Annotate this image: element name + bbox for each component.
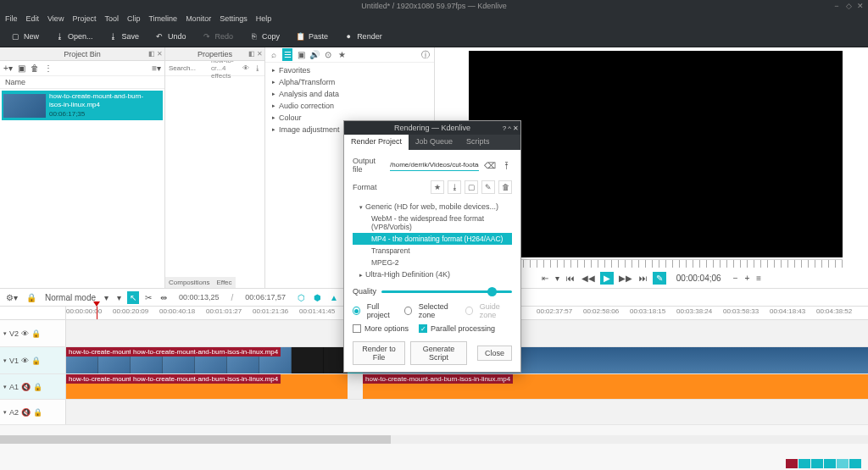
edit-mode-icon[interactable]: ✎ xyxy=(653,272,666,285)
open-button[interactable]: ⭳Open... xyxy=(49,29,98,44)
tab-scripts[interactable]: Scripts xyxy=(459,135,497,150)
mute-audio-icon[interactable]: 🔇 xyxy=(21,408,31,417)
clear-icon[interactable]: ⌫ xyxy=(484,159,496,171)
output-file-input[interactable] xyxy=(390,159,479,171)
new-button[interactable]: ▢New xyxy=(5,29,44,44)
undock-icon[interactable]: ◧ xyxy=(248,50,255,58)
zoom-in-icon[interactable]: + xyxy=(743,272,751,285)
menu-settings[interactable]: Settings xyxy=(220,14,248,23)
category-favorites[interactable]: Favorites xyxy=(265,64,434,76)
bin-clip-item[interactable]: how-to-create-mount-and-burn-isos-in-lin… xyxy=(2,91,163,120)
skip-end-icon[interactable]: ⏭ xyxy=(637,272,649,285)
position-timecode[interactable]: 00:00:13,25 xyxy=(176,291,222,303)
swatch-teal-2[interactable] xyxy=(811,459,823,468)
monitor-timecode[interactable]: 00:00:04;06 xyxy=(675,272,723,285)
swatch-light[interactable] xyxy=(837,459,849,468)
menu-file[interactable]: File xyxy=(5,14,18,23)
category-analysis[interactable]: Analysis and data xyxy=(265,88,434,100)
category-alpha[interactable]: Alpha/Transform xyxy=(265,76,434,88)
swatch-teal-4[interactable] xyxy=(849,459,861,468)
menu-help[interactable]: Help xyxy=(256,14,272,23)
close-panel-icon[interactable]: ✕ xyxy=(157,50,163,58)
browse-icon[interactable]: ⭱ xyxy=(501,159,512,171)
timeline-scrollbar[interactable] xyxy=(0,435,868,444)
spacer-tool[interactable]: ⇹ xyxy=(158,291,170,304)
video-clip-1[interactable]: how-to-create-mount-and-burn-isos-in-lin… xyxy=(66,347,131,373)
generate-script-button[interactable]: Generate Script xyxy=(410,341,467,365)
paste-button[interactable]: 📋Paste xyxy=(290,29,333,44)
new-format-icon[interactable]: ▢ xyxy=(465,180,478,194)
close-panel-icon[interactable]: ✕ xyxy=(257,50,263,58)
monitor-options-icon[interactable]: ≡ xyxy=(754,272,763,285)
radio-guide-zone[interactable] xyxy=(465,307,473,315)
render-button[interactable]: ●Render xyxy=(338,29,387,44)
razor-tool[interactable]: ✂ xyxy=(142,291,154,304)
monitor-video[interactable] xyxy=(469,51,843,257)
tab-job-queue[interactable]: Job Queue xyxy=(409,135,459,150)
zone-start-icon[interactable]: ⇤ xyxy=(540,272,550,285)
timeline-settings-icon[interactable]: ⚙▾ xyxy=(3,291,20,304)
select-tool[interactable]: ↖ xyxy=(127,291,139,304)
undo-button[interactable]: ↶Undo xyxy=(149,29,192,44)
save-preset-icon[interactable]: ⭳ xyxy=(254,64,261,72)
properties-search-input[interactable] xyxy=(169,64,209,72)
format-mpeg2[interactable]: MPEG-2 xyxy=(353,257,512,268)
menu-edit[interactable]: Edit xyxy=(26,14,40,23)
add-clip-icon[interactable]: +▾ xyxy=(3,64,13,73)
tag-icon[interactable]: ⋮ xyxy=(44,64,53,73)
dialog-rollup-icon[interactable]: ^ xyxy=(508,124,511,132)
close-dialog-button[interactable]: Close xyxy=(477,346,512,361)
audio-clip-3[interactable]: how-to-create-mount-and-burn-isos-in-lin… xyxy=(363,374,868,399)
undock-icon[interactable]: ◧ xyxy=(148,50,155,58)
video-clip-2[interactable]: how-to-create-mount-and-burn-isos-in-lin… xyxy=(131,347,348,373)
marker2-icon[interactable]: ⬢ xyxy=(311,291,324,304)
dropdown2-icon[interactable]: ▾ xyxy=(114,291,124,304)
tab-effects[interactable]: Effec xyxy=(213,277,235,288)
format-transparent[interactable]: Transparent xyxy=(353,245,512,257)
mute-icon[interactable]: 👁 xyxy=(21,357,29,365)
eye-icon[interactable]: 👁 xyxy=(242,64,249,72)
forward-icon[interactable]: ▶▶ xyxy=(617,272,634,285)
lock-icon[interactable]: 🔒 xyxy=(24,291,39,304)
copy-button[interactable]: ⎘Copy xyxy=(243,29,285,44)
tab-render-project[interactable]: Render Project xyxy=(344,135,409,150)
swatch-red[interactable] xyxy=(786,459,798,468)
favorite-format-icon[interactable]: ★ xyxy=(431,180,444,194)
marker1-icon[interactable]: ⬡ xyxy=(295,291,308,304)
list-view-icon[interactable]: ☰ xyxy=(282,48,292,61)
menu-project[interactable]: Project xyxy=(72,14,96,23)
menu-clip[interactable]: Clip xyxy=(127,14,141,23)
menu-view[interactable]: View xyxy=(47,14,64,23)
lock-track-icon[interactable]: 🔒 xyxy=(31,329,41,338)
track-a2-content[interactable] xyxy=(66,400,868,424)
delete-icon[interactable]: 🗑 xyxy=(31,64,39,73)
play-button[interactable]: ▶ xyxy=(600,272,614,285)
window-minimize-icon[interactable]: − xyxy=(832,2,841,10)
category-audio[interactable]: Audio correction xyxy=(265,100,434,112)
radio-full-project[interactable] xyxy=(353,307,360,315)
chevron-down-icon[interactable]: ▾ xyxy=(102,291,111,304)
audio-effects-icon[interactable]: 🔊 xyxy=(309,50,320,59)
search-icon[interactable]: ⌕ xyxy=(269,50,279,59)
mode-selector[interactable]: Normal mode xyxy=(42,291,98,304)
format-group-uhd[interactable]: Ultra-High Definition (4K) xyxy=(353,268,512,280)
checkbox-more-options[interactable] xyxy=(353,324,361,333)
video-effects-icon[interactable]: ▣ xyxy=(296,50,306,59)
format-webm[interactable]: WebM - the widespread free format (VP8/V… xyxy=(353,213,512,233)
menu-timeline[interactable]: Timeline xyxy=(148,14,177,23)
options-icon[interactable]: ≡▾ xyxy=(152,64,161,73)
mute-icon[interactable]: 👁 xyxy=(21,329,29,338)
download-format-icon[interactable]: ⭳ xyxy=(448,180,461,194)
monitor-ruler[interactable] xyxy=(469,259,843,268)
swatch-teal-1[interactable] xyxy=(798,459,810,468)
custom-icon[interactable]: ⊙ xyxy=(323,50,333,59)
folder-icon[interactable]: ▣ xyxy=(18,64,25,73)
zoom-out-icon[interactable]: − xyxy=(732,272,740,285)
dialog-titlebar[interactable]: Rendering — Kdenlive ?^✕ xyxy=(344,121,520,135)
radio-selected-zone[interactable] xyxy=(404,307,412,315)
favorite-icon[interactable]: ★ xyxy=(337,50,347,59)
redo-button[interactable]: ↷Redo xyxy=(197,29,239,44)
menu-monitor[interactable]: Monitor xyxy=(186,14,211,23)
audio-clip-2[interactable]: how-to-create-mount-and-burn-isos-in-lin… xyxy=(131,374,348,399)
checkbox-parallel[interactable]: ✓ xyxy=(419,324,427,333)
